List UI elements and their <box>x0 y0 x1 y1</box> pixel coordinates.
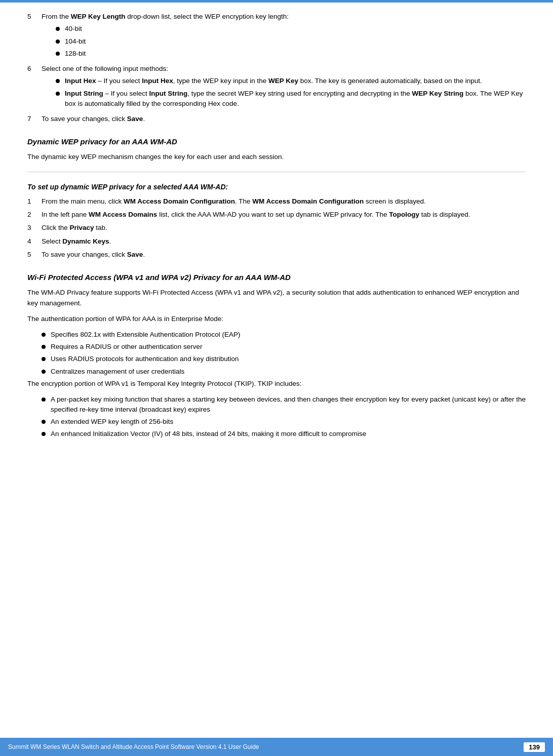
wep-key-string-bold: WEP Key String <box>412 90 464 97</box>
tkip-bullet3: An enhanced Initialization Vector (IV) o… <box>51 429 526 439</box>
bullet-dot <box>42 397 46 402</box>
wm-access-domains-bold: WM Access Domains <box>89 211 157 218</box>
bullet-dot <box>56 39 60 44</box>
section2-heading: Wi-Fi Protected Access (WPA v1 and WPA v… <box>27 272 526 283</box>
step7-post: . <box>143 115 145 123</box>
list-item: A per-packet key mixing function that sh… <box>42 394 526 415</box>
dyn-step-4: 4 Select Dynamic Keys. <box>27 236 526 247</box>
list-item: Centralizes management of user credentia… <box>42 367 526 377</box>
bullet-104bit: 104-bit <box>65 36 526 47</box>
step-7-text: To save your changes, click Save. <box>42 114 526 124</box>
tkip-bullet2: An extended WEP key length of 256-bits <box>51 417 526 427</box>
list-item: Uses RADIUS protocols for authentication… <box>42 354 526 364</box>
dyn-step-num-3: 3 <box>27 223 42 233</box>
footer: Summit WM Series WLAN Switch and Altitud… <box>0 738 553 756</box>
bullet-dot <box>56 27 60 31</box>
step6-intro: Select one of the following input method… <box>42 65 168 72</box>
list-item: Specifies 802.1x with Extensible Authent… <box>42 330 526 340</box>
bullet-dot <box>42 420 46 424</box>
wpa-bullet1: Specifies 802.1x with Extensible Authent… <box>51 330 526 340</box>
section1-para: The dynamic key WEP mechanism changes th… <box>27 152 526 163</box>
dyn-save-bold: Save <box>127 251 143 258</box>
input-hex-bullet: Input Hex – If you select Input Hex, typ… <box>65 76 526 86</box>
step-num-7: 7 <box>27 114 42 124</box>
bullet-dot <box>42 357 46 361</box>
input-hex-bold: Input Hex <box>65 77 96 85</box>
dyn-step-5-text: To save your changes, click Save. <box>42 250 526 260</box>
list-item: Input String – If you select Input Strin… <box>56 89 526 109</box>
dyn-step-num-4: 4 <box>27 236 42 247</box>
step-5-wep: 5 From the WEP Key Length drop-down list… <box>27 12 526 61</box>
main-content: 5 From the WEP Key Length drop-down list… <box>0 3 553 472</box>
tkip-bullet1: A per-packet key mixing function that sh… <box>51 394 526 415</box>
privacy-bold: Privacy <box>70 224 94 231</box>
dyn-step-num-5: 5 <box>27 250 42 260</box>
input-string-bold2: Input String <box>149 90 188 97</box>
list-item: An extended WEP key length of 256-bits <box>42 417 526 427</box>
dyn-step-num-2: 2 <box>27 210 42 220</box>
section1-subheading: To set up dynamic WEP privacy for a sele… <box>27 182 526 192</box>
section2-bullets1: Specifies 802.1x with Extensible Authent… <box>42 330 526 377</box>
wpa-bullet2: Requires a RADIUS or other authenticatio… <box>51 342 526 352</box>
dyn-step-5: 5 To save your changes, click Save. <box>27 250 526 260</box>
bullet-128bit: 128-bit <box>65 49 526 59</box>
step-6-wep: 6 Select one of the following input meth… <box>27 64 526 111</box>
step5-text-pre: From the <box>42 13 71 20</box>
section2-para1: The WM-AD Privacy feature supports Wi-Fi… <box>27 288 526 309</box>
section1-heading: Dynamic WEP privacy for an AAA WM-AD <box>27 136 526 147</box>
step5-bullet-list: 40-bit 104-bit 128-bit <box>56 24 526 59</box>
section2-bullets2: A per-packet key mixing function that sh… <box>42 394 526 440</box>
wep-key-bold: WEP Key <box>268 77 298 85</box>
step-5-text: From the WEP Key Length drop-down list, … <box>42 12 526 61</box>
divider <box>27 172 526 172</box>
bullet-dot <box>56 52 60 56</box>
step-6-text: Select one of the following input method… <box>42 64 526 111</box>
input-string-bullet: Input String – If you select Input Strin… <box>65 89 526 109</box>
list-item: Requires a RADIUS or other authenticatio… <box>42 342 526 352</box>
list-item: Input Hex – If you select Input Hex, typ… <box>56 76 526 86</box>
list-item: 40-bit <box>56 24 526 34</box>
step7-save-bold: Save <box>127 115 143 123</box>
bullet-dot <box>42 432 46 436</box>
step5-text-post: drop-down list, select the WEP encryptio… <box>126 13 289 20</box>
dyn-step-2-text: In the left pane WM Access Domains list,… <box>42 210 526 220</box>
bullet-dot <box>42 345 46 349</box>
dyn-step-2: 2 In the left pane WM Access Domains lis… <box>27 210 526 220</box>
dyn-step-3: 3 Click the Privacy tab. <box>27 223 526 233</box>
dynamic-keys-bold: Dynamic Keys <box>62 237 109 245</box>
wpa-bullet3: Uses RADIUS protocols for authentication… <box>51 354 526 364</box>
list-item: 104-bit <box>56 36 526 47</box>
step-num-5: 5 <box>27 12 42 61</box>
step6-bullet-list: Input Hex – If you select Input Hex, typ… <box>56 76 526 109</box>
dyn-step-num-1: 1 <box>27 196 42 207</box>
wm-access-domain-bold2: WM Access Domain Configuration <box>252 197 364 205</box>
bullet-dot <box>42 370 46 374</box>
step5-bold1: WEP Key Length <box>71 13 126 20</box>
dyn-step-1-text: From the main menu, click WM Access Doma… <box>42 196 526 207</box>
list-item: 128-bit <box>56 49 526 59</box>
step7-pre: To save your changes, click <box>42 115 127 123</box>
dyn-step-3-text: Click the Privacy tab. <box>42 223 526 233</box>
bullet-dot <box>56 92 60 96</box>
list-item: An enhanced Initialization Vector (IV) o… <box>42 429 526 439</box>
bullet-dot <box>56 79 60 83</box>
wm-access-domain-bold1: WM Access Domain Configuration <box>124 197 235 205</box>
dyn-step-1: 1 From the main menu, click WM Access Do… <box>27 196 526 207</box>
step-7-wep: 7 To save your changes, click Save. <box>27 114 526 124</box>
footer-text: Summit WM Series WLAN Switch and Altitud… <box>8 743 259 750</box>
wpa-bullet4: Centralizes management of user credentia… <box>51 367 526 377</box>
section2-para2: The authentication portion of WPA for AA… <box>27 314 526 325</box>
step-num-6: 6 <box>27 64 42 111</box>
topology-bold: Topology <box>389 211 419 218</box>
footer-page: 139 <box>524 742 545 752</box>
bullet-dot <box>42 333 46 337</box>
bullet-40bit: 40-bit <box>65 24 526 34</box>
input-hex-bold2: Input Hex <box>142 77 173 85</box>
dyn-step-4-text: Select Dynamic Keys. <box>42 236 526 247</box>
input-string-bold: Input String <box>65 90 103 97</box>
section2-para3: The encryption portion of WPA v1 is Temp… <box>27 379 526 389</box>
